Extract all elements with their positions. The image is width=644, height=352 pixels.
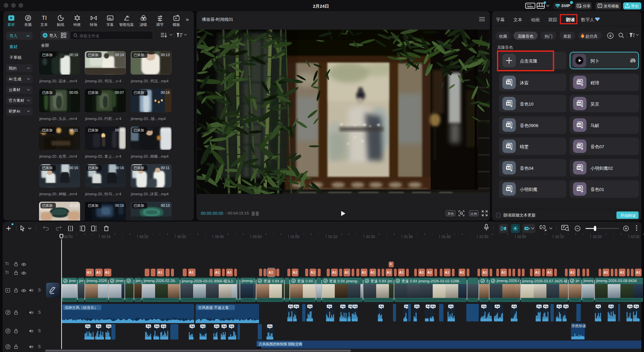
svg-text:Aa: Aa bbox=[380, 305, 383, 308]
svg-text:A: A bbox=[293, 271, 295, 274]
svg-text:A: A bbox=[332, 271, 334, 274]
svg-text:A: A bbox=[636, 271, 638, 274]
svg-text:A: A bbox=[419, 271, 422, 274]
svg-text:A: A bbox=[399, 271, 401, 274]
svg-text:A: A bbox=[96, 271, 99, 274]
svg-text:Aa: Aa bbox=[295, 305, 298, 308]
svg-text:Aa: Aa bbox=[328, 305, 331, 308]
svg-text:Aa: Aa bbox=[268, 324, 272, 328]
svg-text:Aa: Aa bbox=[353, 305, 357, 308]
svg-text:A: A bbox=[482, 271, 485, 274]
svg-text:A: A bbox=[501, 271, 504, 274]
svg-text:TI: TI bbox=[42, 15, 47, 21]
svg-text:Aa: Aa bbox=[308, 305, 312, 308]
svg-text:Aa: Aa bbox=[628, 305, 632, 308]
svg-text:A: A bbox=[427, 271, 430, 274]
svg-text:A: A bbox=[189, 271, 191, 274]
svg-text:A: A bbox=[535, 271, 537, 274]
svg-text:Aa: Aa bbox=[201, 324, 205, 328]
svg-text:Aa: Aa bbox=[558, 305, 561, 308]
svg-text:Aa: Aa bbox=[86, 324, 90, 328]
svg-text:A: A bbox=[345, 271, 347, 274]
svg-text:A: A bbox=[158, 271, 160, 274]
svg-text:Aa: Aa bbox=[289, 305, 293, 308]
svg-text:A: A bbox=[547, 271, 549, 274]
svg-text:A: A bbox=[570, 271, 572, 274]
svg-text:A: A bbox=[362, 271, 364, 274]
svg-text:Aa: Aa bbox=[230, 324, 234, 328]
svg-text:Aa: Aa bbox=[449, 305, 453, 308]
svg-text:Aa: Aa bbox=[564, 305, 568, 308]
svg-text:Aa: Aa bbox=[544, 305, 548, 308]
svg-text:A: A bbox=[445, 271, 447, 274]
svg-text:A: A bbox=[620, 271, 622, 274]
svg-text:Aa: Aa bbox=[97, 324, 101, 328]
svg-text:A: A bbox=[387, 271, 389, 274]
svg-text:A: A bbox=[370, 271, 373, 274]
svg-text:Aa: Aa bbox=[537, 305, 541, 308]
svg-text:Aa: Aa bbox=[482, 305, 486, 308]
svg-text:Aa: Aa bbox=[496, 305, 499, 308]
svg-text:A: A bbox=[460, 271, 462, 274]
svg-text:Aa: Aa bbox=[155, 324, 159, 328]
svg-text:Aa: Aa bbox=[147, 324, 150, 328]
svg-text:A: A bbox=[215, 271, 217, 274]
svg-text:Aa: Aa bbox=[609, 305, 613, 308]
svg-text:A: A bbox=[604, 271, 606, 274]
svg-text:Aa: Aa bbox=[162, 324, 166, 328]
svg-text:A: A bbox=[87, 271, 89, 274]
svg-text:Aa: Aa bbox=[215, 324, 219, 328]
svg-text:Aa: Aa bbox=[107, 324, 111, 328]
svg-text:A: A bbox=[311, 271, 313, 274]
svg-text:Aa: Aa bbox=[222, 324, 226, 328]
svg-text:Aa: Aa bbox=[190, 324, 194, 328]
svg-text:Aa: Aa bbox=[635, 305, 638, 308]
svg-text:A: A bbox=[105, 271, 107, 274]
svg-text:A: A bbox=[227, 271, 229, 274]
svg-text:Aa: Aa bbox=[512, 305, 516, 308]
svg-text:Aa: Aa bbox=[341, 305, 345, 308]
svg-text:Aa: Aa bbox=[431, 305, 435, 308]
svg-text:Aa: Aa bbox=[415, 305, 419, 308]
svg-text:A: A bbox=[269, 271, 271, 274]
svg-text:Aa: Aa bbox=[597, 305, 600, 308]
